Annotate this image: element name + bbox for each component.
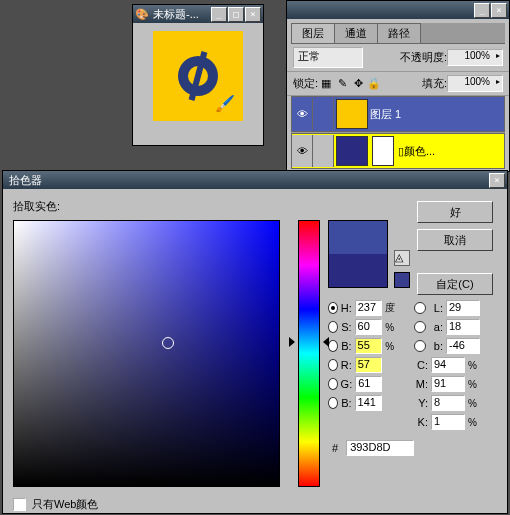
label-c: C: [414, 359, 428, 371]
hue-pointer-right[interactable] [323, 337, 329, 347]
hue-slider[interactable] [298, 220, 320, 487]
gamut-warning-icon[interactable]: ◬ [394, 250, 410, 266]
input-s[interactable]: 60 [355, 319, 383, 335]
label-r: R: [341, 359, 352, 371]
brush-icon: 🖌️ [215, 94, 235, 113]
label-s: S: [341, 321, 352, 333]
input-b[interactable]: -46 [446, 338, 480, 354]
maximize-button[interactable]: □ [228, 7, 244, 22]
app-icon: 🎨 [135, 8, 149, 21]
input-brgb[interactable]: 141 [355, 395, 383, 411]
label-b: b: [429, 340, 443, 352]
radio-r[interactable] [328, 359, 338, 371]
input-l[interactable]: 29 [446, 300, 480, 316]
minimize-button[interactable]: _ [211, 7, 227, 22]
lock-all-icon[interactable]: 🔒 [368, 78, 380, 90]
field-marker[interactable] [162, 337, 174, 349]
label-h: H: [341, 302, 352, 314]
input-y[interactable]: 8 [431, 395, 465, 411]
radio-brgb[interactable] [328, 397, 338, 409]
close-button[interactable]: × [245, 7, 261, 22]
lock-paint-icon[interactable]: ✎ [336, 78, 348, 90]
unit-h: 度 [385, 301, 396, 315]
layer-thumb[interactable] [336, 136, 368, 166]
input-bhsb[interactable]: 55 [355, 338, 383, 354]
radio-s[interactable] [328, 321, 338, 333]
doc-title: 未标题-... [149, 7, 210, 22]
lock-move-icon[interactable]: ✥ [352, 78, 364, 90]
custom-button[interactable]: 自定(C) [417, 273, 493, 295]
panel-close-button[interactable]: × [491, 3, 507, 18]
fill-input[interactable]: 100% [447, 75, 503, 92]
visibility-toggle[interactable]: 👁 [292, 135, 313, 167]
label-brgb: B: [341, 397, 352, 409]
old-color[interactable] [329, 254, 387, 287]
layer-thumb[interactable] [336, 99, 368, 129]
input-r[interactable]: 57 [355, 357, 383, 373]
label-m: M: [414, 378, 428, 390]
tab-paths[interactable]: 路径 [377, 23, 421, 43]
radio-b[interactable] [414, 340, 426, 352]
input-k[interactable]: 1 [431, 414, 465, 430]
label-l: L: [429, 302, 443, 314]
canvas[interactable]: 🖌️ [153, 31, 243, 121]
label-bhsb: B: [341, 340, 352, 352]
label-a: a: [429, 321, 443, 333]
panel-min-button[interactable]: _ [474, 3, 490, 18]
unit-y: % [468, 398, 482, 409]
web-colors-checkbox[interactable] [13, 498, 26, 511]
lock-transparency-icon[interactable]: ▦ [320, 78, 332, 90]
hex-input[interactable]: 393D8D [346, 440, 414, 456]
label-k: K: [414, 416, 428, 428]
layer-name[interactable]: 颜色... [404, 144, 435, 159]
input-m[interactable]: 91 [431, 376, 465, 392]
blend-mode-select[interactable]: 正常 [293, 47, 363, 68]
input-a[interactable]: 18 [446, 319, 480, 335]
radio-l[interactable] [414, 302, 426, 314]
radio-bhsb[interactable] [328, 340, 338, 352]
unit-bhsb: % [385, 341, 396, 352]
input-c[interactable]: 94 [431, 357, 465, 373]
unit-c: % [468, 360, 482, 371]
label-g: G: [341, 378, 353, 390]
hex-label: # [332, 442, 338, 454]
unit-s: % [385, 322, 396, 333]
radio-a[interactable] [414, 321, 426, 333]
radio-h[interactable] [328, 302, 338, 314]
fill-label: 填充: [422, 76, 447, 91]
web-colors-label: 只有Web颜色 [32, 497, 98, 512]
radio-g[interactable] [328, 378, 338, 390]
picker-title: 拾色器 [5, 173, 488, 188]
layer-row[interactable]: 👁 图层 1 [291, 96, 505, 132]
ok-button[interactable]: 好 [417, 201, 493, 223]
label-y: Y: [414, 397, 428, 409]
mask-thumb[interactable] [372, 136, 394, 166]
closest-color[interactable] [394, 272, 410, 288]
unit-k: % [468, 417, 482, 428]
unit-m: % [468, 379, 482, 390]
tab-channels[interactable]: 通道 [334, 23, 378, 43]
lock-label: 锁定: [293, 76, 318, 91]
layer-name[interactable]: 图层 1 [370, 107, 401, 122]
picker-close-button[interactable]: × [489, 173, 505, 188]
new-color[interactable] [329, 221, 387, 254]
input-h[interactable]: 237 [355, 300, 383, 316]
color-swatch [328, 220, 388, 288]
tab-layers[interactable]: 图层 [291, 23, 335, 43]
input-g[interactable]: 61 [355, 376, 382, 392]
link-toggle[interactable] [313, 135, 334, 167]
visibility-toggle[interactable]: 👁 [292, 98, 313, 130]
link-toggle[interactable] [313, 98, 334, 130]
hue-pointer-left[interactable] [289, 337, 295, 347]
layer-row[interactable]: 👁 ▯ 颜色... [291, 133, 505, 169]
opacity-label: 不透明度: [400, 50, 447, 65]
opacity-input[interactable]: 100% [447, 49, 503, 66]
color-field[interactable] [13, 220, 280, 487]
cancel-button[interactable]: 取消 [417, 229, 493, 251]
